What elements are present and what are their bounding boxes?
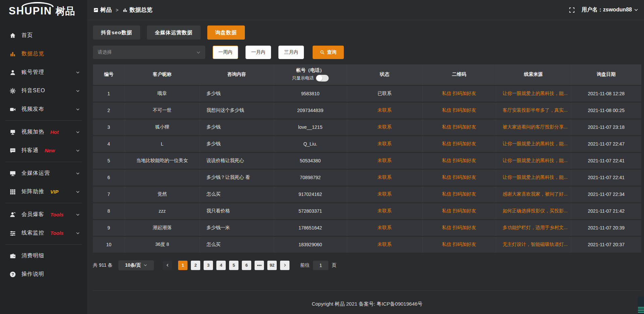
page-button[interactable]: 6 xyxy=(242,261,251,270)
cell-source[interactable]: 让你一眼就爱上的黑科技，能... xyxy=(496,152,571,169)
page-button[interactable]: 4 xyxy=(216,261,226,270)
cell-source[interactable]: 多功能护栏灯，适用于乡村文... xyxy=(496,219,571,236)
sidebar-item[interactable]: 数据总览 xyxy=(0,45,87,63)
cell-qrcode[interactable]: 私信 扫码加好友 xyxy=(422,85,496,102)
cell-qrcode[interactable]: 私信 扫码加好友 xyxy=(422,102,496,119)
sidebar-item-label: 数据总览 xyxy=(21,50,44,57)
breadcrumb-item[interactable]: 树品 xyxy=(93,6,112,14)
cell-account: 178651642 xyxy=(274,219,347,236)
question-icon xyxy=(9,271,16,278)
sidebar-item[interactable]: 操作说明 xyxy=(0,265,87,283)
sidebar-item[interactable]: 会员爆客Tools xyxy=(0,205,87,224)
breadcrumb-separator: > xyxy=(116,7,118,13)
cell-source[interactable]: 感谢大家喜欢我家，被问了好... xyxy=(496,186,571,203)
page-button[interactable]: 5 xyxy=(229,261,238,270)
cell-status: 未联系 xyxy=(347,136,422,152)
chevron-down-icon xyxy=(76,89,80,93)
page-button[interactable]: 3 xyxy=(204,261,213,270)
page-button[interactable]: 1 xyxy=(178,261,187,270)
filter-select[interactable]: 请选择 xyxy=(93,46,205,59)
cell-content: 怎么买 xyxy=(200,236,274,253)
chevron-down-icon xyxy=(76,130,80,134)
column-header: 状态 xyxy=(347,64,422,85)
video-upload-icon xyxy=(9,106,16,113)
cell-content: 怎么买 xyxy=(200,186,274,203)
tab-全媒体运营数据[interactable]: 全媒体运营数据 xyxy=(147,25,201,40)
cell-nickname: 36度 8 xyxy=(125,236,200,253)
cell-id: 3 xyxy=(93,119,125,136)
cell-source[interactable]: 无主灯设计，智能磁吸轨道灯... xyxy=(496,236,571,253)
sidebar-item-label: 操作说明 xyxy=(21,271,44,278)
sidebar-item[interactable]: 抖音SEO xyxy=(0,82,87,100)
chevron-down-icon xyxy=(76,190,80,194)
divider xyxy=(5,244,82,245)
cell-qrcode[interactable]: 私信 扫码加好友 xyxy=(422,203,496,219)
more-pages-button[interactable]: ••• xyxy=(255,261,264,270)
cell-source[interactable]: 如何正确选择投影仪，买投影... xyxy=(496,203,571,219)
goto-page-input[interactable] xyxy=(313,261,328,270)
sidebar-item-badge: Hot xyxy=(50,129,59,135)
cell-qrcode[interactable]: 私信 扫码加好友 xyxy=(422,236,496,253)
page-button[interactable]: 92 xyxy=(267,261,277,270)
cell-qrcode[interactable]: 私信 扫码加好友 xyxy=(422,152,496,169)
cell-source[interactable]: 让你一眼就爱上的黑科技，能... xyxy=(496,85,571,102)
range-button[interactable]: 三月内 xyxy=(278,46,304,59)
divider xyxy=(5,203,82,203)
page-size-value: 10条/页 xyxy=(125,262,141,268)
tab-询盘数据[interactable]: 询盘数据 xyxy=(207,25,245,40)
sidebar-item[interactable]: 线索监控Tools xyxy=(0,224,87,242)
phone-toggle-label: 只显示电话 xyxy=(292,75,314,81)
sidebar-item[interactable]: 抖客通New xyxy=(0,141,87,160)
cell-account: 70898792 xyxy=(274,169,347,186)
data-tabs: 抖音seo数据全媒体运营数据询盘数据 xyxy=(93,25,641,40)
cell-status: 未联系 xyxy=(347,186,422,203)
cell-source[interactable]: 客厅安装投影半年多了，真实... xyxy=(496,102,571,119)
divider xyxy=(5,162,82,162)
logo-text-cn: 树品 xyxy=(56,6,75,16)
table-row: 9潮起潮落多少钱一米178651642未联系私信 扫码加好友多功能护栏灯，适用于… xyxy=(93,219,641,236)
breadcrumb-item[interactable]: 数据总览 xyxy=(122,6,152,14)
sidebar-item[interactable]: 首页 xyxy=(0,26,87,45)
cell-source[interactable]: 让你一眼就爱上的黑科技，能... xyxy=(496,169,571,186)
cell-qrcode[interactable]: 私信 扫码加好友 xyxy=(422,169,496,186)
prev-page-button[interactable] xyxy=(163,261,172,270)
sidebar-item[interactable]: 账号管理 xyxy=(0,63,87,82)
chat-icon xyxy=(9,147,16,154)
column-header: 客户昵称 xyxy=(125,64,200,85)
sidebar-item[interactable]: 全媒体运营 xyxy=(0,164,87,182)
header-right: 用户名：zswodun88 xyxy=(569,6,638,13)
cell-nickname: L xyxy=(125,136,200,152)
page-button[interactable]: 2 xyxy=(191,261,200,270)
cell-nickname: 哦章 xyxy=(125,85,200,102)
breadcrumb: 树品> 数据总览 xyxy=(93,6,152,14)
query-button[interactable]: 查询 xyxy=(313,46,344,59)
cell-nickname: 当地比较能吃的一位美女 xyxy=(125,152,200,169)
member-icon xyxy=(9,211,16,218)
tab-抖音seo数据[interactable]: 抖音seo数据 xyxy=(93,25,140,40)
cell-qrcode[interactable]: 私信 扫码加好友 xyxy=(422,186,496,203)
next-page-button[interactable] xyxy=(280,261,289,270)
sidebar-item-label: 会员爆客 xyxy=(21,211,44,218)
range-button[interactable]: 一月内 xyxy=(246,46,271,59)
cell-content: 我只看价格 xyxy=(200,203,274,219)
table-row: 3狐小狸多少钱love__1215未联系私信 扫码加好友被大家追着问的客厅投影分… xyxy=(93,119,641,136)
sidebar-item[interactable]: 视频加热Hot xyxy=(0,123,87,141)
column-header: 二维码 xyxy=(422,64,496,85)
phone-only-toggle[interactable] xyxy=(316,75,329,82)
sidebar-item-label: 抖客通 xyxy=(21,147,39,154)
page-size-select[interactable]: 10条/页 xyxy=(118,260,154,270)
cell-source[interactable]: 被大家追着问的客厅投影分享... xyxy=(496,119,571,136)
sidebar-item[interactable]: 消费明细 xyxy=(0,247,87,265)
cell-qrcode[interactable]: 私信 扫码加好友 xyxy=(422,119,496,136)
grid-icon xyxy=(9,189,16,195)
sidebar-item[interactable]: 视频发布 xyxy=(0,100,87,118)
column-header-label: 线索来源 xyxy=(524,71,543,77)
range-button[interactable]: 一周内 xyxy=(213,46,238,59)
sidebar-item[interactable]: 矩阵助推VIP xyxy=(0,182,87,201)
fullscreen-icon[interactable] xyxy=(569,7,575,13)
cell-qrcode[interactable]: 私信 扫码加好友 xyxy=(422,136,496,152)
cell-qrcode[interactable]: 私信 扫码加好友 xyxy=(422,219,496,236)
cell-source[interactable]: 让你一眼就爱上的黑科技，能... xyxy=(496,136,571,152)
user-menu[interactable]: 用户名：zswodun88 xyxy=(582,6,638,13)
chevron-down-icon xyxy=(76,213,80,217)
